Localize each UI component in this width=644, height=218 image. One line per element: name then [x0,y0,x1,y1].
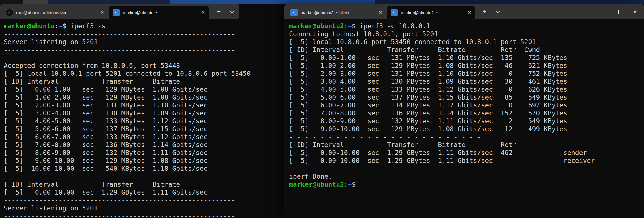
terminal-line: [ 5] 8.00-9.00 sec 132 MBytes 1.11 Gbits… [4,149,284,157]
terminal-line: [ 5] 3.00-4.00 sec 130 MBytes 1.09 Gbits… [289,77,644,85]
terminal-line: [ 5] 6.00-7.00 sec 134 MBytes 1.12 Gbits… [289,101,644,109]
chevron-down-icon [495,9,500,13]
terminal-line: Server listening on 5201 [4,38,284,46]
terminal-line: [ 5] local 10.8.0.6 port 53450 connected… [289,38,644,46]
terminal-line: [ 5] 6.00-7.00 sec 133 MBytes 1.12 Gbits… [4,133,284,141]
background-window-strip [48,0,170,4]
terminal-line: ----------------------------------------… [4,30,284,38]
terminal-line: - - - - - - - - - - - - - - - - - - - - … [289,133,644,141]
terminal-line: [ ID] Interval Transfer Bitrate [4,77,284,85]
terminal-line [4,54,284,62]
minimize-button[interactable] [589,6,602,18]
tab-dropdown-button[interactable] [227,7,237,16]
powershell-icon: >_ [113,9,120,16]
terminal-line: [ 5] 9.00-10.00 sec 129 MBytes 1.08 Gbit… [289,125,644,133]
minimize-icon [594,12,598,12]
maximize-button[interactable] [609,6,622,18]
terminal-line: Accepted connection from 10.8.0.6, port … [4,62,284,70]
terminal-line: [ 5] 4.00-5.00 sec 133 MBytes 1.12 Gbits… [4,117,284,125]
divider [491,8,491,16]
tab-title: marker@ubuntu2: ~/client [301,10,376,15]
tab-root-openvpn[interactable]: >_ root@ubuntu: /etc/openvpn ✕ [2,6,108,19]
terminal-line: [ 5] 4.00-5.00 sec 133 MBytes 1.12 Gbits… [289,85,644,93]
terminal-line: [ 5] 2.00-3.00 sec 131 MBytes 1.10 Gbits… [4,101,284,109]
terminal-line: Server listening on 5201 [4,204,284,212]
terminal-line: [ 5] 5.00-6.00 sec 137 MBytes 1.15 Gbits… [4,125,284,133]
terminal-line: [ ID] Interval Transfer Bitrate [4,180,284,188]
terminal-window-server: >_ root@ubuntu: /etc/openvpn ✕ >_ marker… [0,4,284,218]
terminal-line: marker@ubuntu2:~$ [289,180,644,188]
terminal-line: [ 5] 0.00-1.00 sec 131 MBytes 1.10 Gbits… [289,54,644,62]
chevron-down-icon [230,9,234,13]
background-window-strip [0,0,23,4]
terminal-line: [ 5] 10.00-10.00 sec 540 KBytes 1.18 Gbi… [4,165,284,172]
powershell-icon: >_ [290,9,298,16]
terminal-line: [ 5] 7.00-8.00 sec 136 MBytes 1.14 Gbits… [289,109,644,117]
terminal-line: [ 5] 0.00-10.00 sec 1.29 GBytes 1.11 Gbi… [4,188,284,196]
terminal-window-client: >_ marker@ubuntu2: ~/client ✕ >_ marker@… [284,4,644,218]
terminal-line: ----------------------------------------… [4,196,284,204]
terminal-line: marker@ubuntu2:~$ iperf3 -c 10.8.0.1 [289,22,644,30]
console-icon: >_ [6,9,13,16]
terminal-line: [ 5] 9.00-10.00 sec 129 MBytes 1.08 Gbit… [4,157,284,165]
close-tab-icon[interactable]: ✕ [98,10,106,15]
tab-title: marker@ubuntu2: ~ [401,10,465,15]
tab-title: root@ubuntu: /etc/openvpn [16,10,98,15]
close-tab-icon[interactable]: ✕ [199,10,207,15]
terminal-line [289,165,644,172]
tab-bar: >_ root@ubuntu: /etc/openvpn ✕ >_ marker… [0,4,239,19]
terminal-line: [ 5] local 10.8.0.1 port 5201 connected … [4,70,284,77]
terminal-line: ----------------------------------------… [4,212,284,218]
terminal-line: [ 5] 5.00-6.00 sec 137 MBytes 1.15 Gbits… [289,93,644,101]
terminal-line: [ 5] 0.00-10.00 sec 1.29 GBytes 1.11 Gbi… [289,149,644,157]
close-tab-icon[interactable]: ✕ [465,10,474,15]
tab-marker-ubuntu[interactable]: >_ marker@ubuntu: ~ ✕ [109,6,209,19]
terminal-line: [ 5] 1.00-2.00 sec 129 MBytes 1.08 Gbits… [289,62,644,70]
terminal-line: Connecting to host 10.8.0.1, port 5201 [289,30,644,38]
text-cursor [360,181,360,187]
powershell-icon: >_ [391,9,398,16]
close-tab-icon[interactable]: ✕ [376,10,385,15]
tab-marker-ubuntu2-client[interactable]: >_ marker@ubuntu2: ~/client ✕ [287,6,386,19]
new-tab-button[interactable]: + [480,7,489,16]
terminal-line: [ ID] Interval Transfer Bitrate Retr [289,141,644,149]
tab-dropdown-button[interactable] [493,7,502,16]
terminal-output-client[interactable]: marker@ubuntu2:~$ iperf3 -c 10.8.0.1Conn… [284,19,644,218]
terminal-line: iperf Done. [289,172,644,180]
close-window-button[interactable]: ✕ [628,6,641,18]
terminal-line: ----------------------------------------… [4,46,284,54]
terminal-line: [ 5] 0.00-10.00 sec 1.29 GBytes 1.11 Gbi… [289,157,644,165]
terminal-line: - - - - - - - - - - - - - - - - - - - - … [4,172,284,180]
terminal-line: [ ID] Interval Transfer Bitrate Retr Cwn… [289,46,644,54]
terminal-line: marker@ubuntu:~$ iperf3 -s [4,22,284,30]
terminal-line: [ 5] 0.00-1.00 sec 129 MBytes 1.08 Gbits… [4,85,284,93]
tab-bar: >_ marker@ubuntu2: ~/client ✕ >_ marker@… [284,4,644,19]
new-tab-button[interactable]: + [214,7,224,16]
background-window-strip [375,0,644,4]
background-window-strip [23,0,48,4]
tab-marker-ubuntu2[interactable]: >_ marker@ubuntu2: ~ ✕ [387,6,475,19]
terminal-line: [ 5] 1.00-2.00 sec 129 MBytes 1.08 Gbits… [4,93,284,101]
terminal-line: [ 5] 3.00-4.00 sec 130 MBytes 1.09 Gbits… [4,109,284,117]
background-window-strip [170,0,375,4]
divider [226,8,226,16]
terminal-line: [ 5] 2.00-3.00 sec 131 MBytes 1.10 Gbits… [289,70,644,77]
tab-title: marker@ubuntu: ~ [123,10,199,15]
maximize-icon [614,10,619,14]
terminal-line: [ 5] 7.00-8.00 sec 136 MBytes 1.14 Gbits… [4,141,284,149]
terminal-line: [ 5] 8.00-9.00 sec 132 MBytes 1.11 Gbits… [289,117,644,125]
terminal-output-server[interactable]: marker@ubuntu:~$ iperf3 -s--------------… [0,19,284,218]
